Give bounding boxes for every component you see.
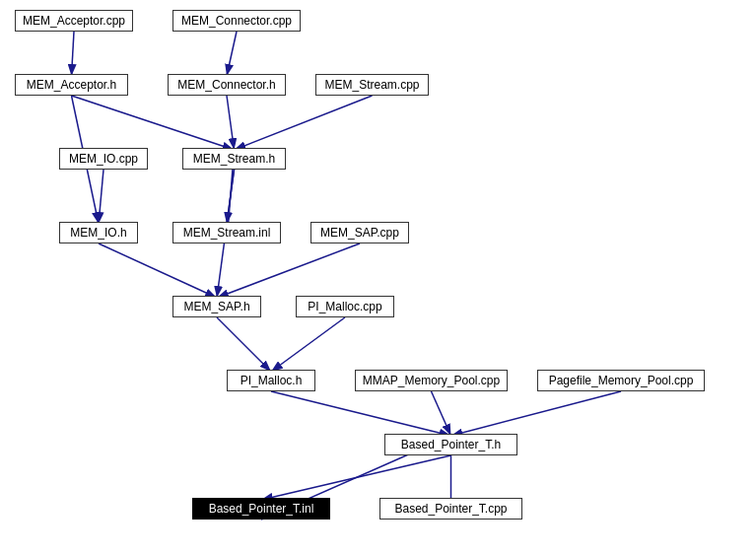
svg-line-16: [432, 391, 451, 436]
node-mem_stream_cpp: MEM_Stream.cpp: [315, 74, 429, 96]
node-based_pointer_t_cpp: Based_Pointer_T.cpp: [379, 498, 522, 520]
node-pi_malloc_cpp: PI_Malloc.cpp: [296, 296, 394, 317]
node-pagefile_memory_pool_cpp: Pagefile_Memory_Pool.cpp: [537, 370, 705, 391]
svg-line-7: [99, 170, 103, 224]
svg-line-13: [217, 317, 271, 372]
node-mem_io_h: MEM_IO.h: [59, 222, 138, 243]
svg-line-3: [72, 96, 235, 150]
svg-line-11: [99, 243, 217, 298]
node-mem_connector_h: MEM_Connector.h: [168, 74, 286, 96]
node-mem_acceptor_cpp: MEM_Acceptor.cpp: [15, 10, 133, 32]
node-mem_acceptor_h: MEM_Acceptor.h: [15, 74, 128, 96]
svg-line-2: [227, 32, 237, 76]
node-mem_stream_inl: MEM_Stream.inl: [172, 222, 281, 243]
node-based_pointer_t_h: Based_Pointer_T.h: [384, 434, 517, 455]
svg-line-8: [227, 170, 235, 224]
node-mmap_memory_pool_cpp: MMAP_Memory_Pool.cpp: [355, 370, 508, 391]
diagram-container: MEM_Acceptor.cppMEM_Connector.cppMEM_Acc…: [0, 0, 756, 555]
svg-line-4: [227, 96, 235, 150]
svg-line-5: [235, 96, 373, 150]
svg-line-17: [451, 391, 622, 436]
node-mem_io_cpp: MEM_IO.cpp: [59, 148, 148, 170]
node-mem_stream_h: MEM_Stream.h: [182, 148, 286, 170]
node-based_pointer_t_inl: Based_Pointer_T.inl: [192, 498, 330, 520]
node-pi_malloc_h: PI_Malloc.h: [227, 370, 315, 391]
svg-line-15: [271, 391, 451, 436]
node-mem_sap_h: MEM_SAP.h: [172, 296, 261, 317]
node-mem_connector_cpp: MEM_Connector.cpp: [172, 10, 301, 32]
node-mem_sap_cpp: MEM_SAP.cpp: [310, 222, 409, 243]
svg-line-1: [72, 32, 75, 76]
svg-line-18: [261, 455, 451, 500]
svg-line-12: [217, 243, 360, 298]
svg-line-14: [271, 317, 345, 372]
